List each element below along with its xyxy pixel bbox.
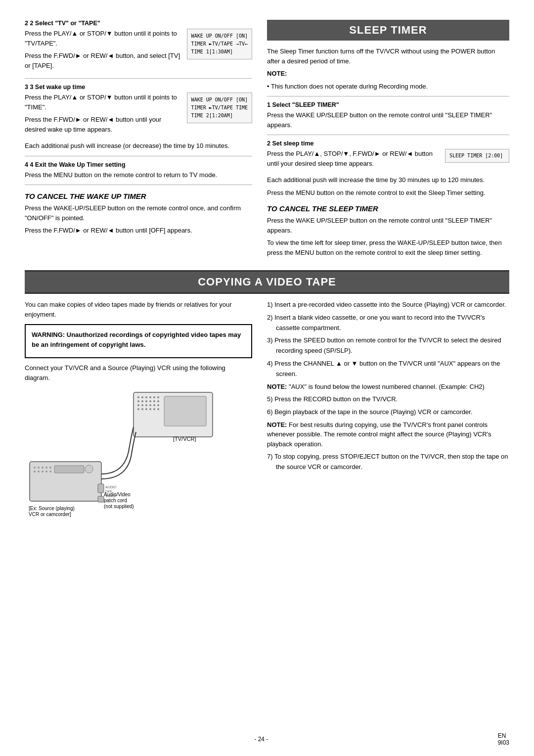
svg-text:VIDEO: VIDEO xyxy=(105,494,116,498)
svg-rect-45 xyxy=(98,484,104,493)
left-column: 2 2 Select "TV" or "TAPE" Press the PLAY… xyxy=(25,20,252,260)
step4-block: 4 4 Exit the Wake Up Timer setting Press… xyxy=(25,161,252,180)
list-item: 6) Begin playback of the tape in the sou… xyxy=(267,407,509,418)
sleep-timer-title: SLEEP TIMER xyxy=(267,20,509,41)
copying-steps-list: 1) Insert a pre-recorded video cassette … xyxy=(267,300,509,379)
cancel-wakeup-section: TO CANCEL THE WAKE UP TIMER Press the WA… xyxy=(25,192,252,236)
svg-point-19 xyxy=(137,408,139,410)
svg-point-17 xyxy=(153,404,155,406)
warning-box: WARNING: Unauthorized recordings of copy… xyxy=(25,324,252,358)
step3-header: 3 3 Set wake up time xyxy=(25,84,252,91)
list-item: 2) Insert a blank video cassette, or one… xyxy=(267,313,509,333)
copying-left: You can make copies of video tapes made … xyxy=(25,300,252,521)
svg-point-30 xyxy=(42,467,44,469)
svg-rect-25 xyxy=(164,396,206,426)
copying-section: COPYING A VIDEO TAPE You can make copies… xyxy=(25,270,509,521)
copying-title: COPYING A VIDEO TAPE xyxy=(25,270,509,294)
divider1 xyxy=(25,78,252,79)
svg-point-9 xyxy=(145,400,147,402)
page-number: - 24 - xyxy=(25,736,498,743)
svg-point-12 xyxy=(157,400,159,402)
svg-point-1 xyxy=(137,396,139,398)
list-item: 5) Press the RECORD button on the TV/VCR… xyxy=(267,394,509,405)
svg-point-18 xyxy=(157,404,159,406)
lcd-display-step3: WAKE UP ON/OFF [ON] TIMER ►TV/TAPE TIME … xyxy=(187,93,252,123)
svg-text:[TV/VCR]: [TV/VCR] xyxy=(173,436,196,442)
svg-point-3 xyxy=(145,396,147,398)
sleep-step1-block: 1 Select "SLEEP TIMER" Press the WAKE UP… xyxy=(267,101,509,130)
svg-point-13 xyxy=(137,404,139,406)
diagram-svg: [TV/VCR] xyxy=(25,387,222,521)
copying-content: You can make copies of video tapes made … xyxy=(25,300,509,521)
svg-text:[Ex: Source (playing): [Ex: Source (playing) xyxy=(29,506,75,511)
svg-point-32 xyxy=(49,467,51,469)
svg-point-37 xyxy=(49,471,51,472)
svg-point-11 xyxy=(153,400,155,402)
svg-rect-38 xyxy=(54,466,84,473)
svg-text:AUDIO: AUDIO xyxy=(105,485,117,489)
footer: - 24 - EN 9I03 xyxy=(0,732,534,746)
svg-rect-46 xyxy=(98,496,104,502)
top-section: 2 2 Select "TV" or "TAPE" Press the PLAY… xyxy=(25,20,509,260)
svg-point-34 xyxy=(38,471,40,472)
page: 2 2 Select "TV" or "TAPE" Press the PLAY… xyxy=(0,0,534,756)
svg-point-22 xyxy=(149,408,151,410)
divider2 xyxy=(25,156,252,156)
cancel-sleep-section: TO CANCEL THE SLEEP TIMER Press the WAKE… xyxy=(267,204,509,257)
sleep-step2-block: 2 Set sleep time Press the PLAY/▲, STOP/… xyxy=(267,140,509,197)
list-item: 3) Press the SPEED button on remote cont… xyxy=(267,335,509,356)
svg-point-35 xyxy=(42,471,44,472)
step2-block: 2 2 Select "TV" or "TAPE" Press the PLAY… xyxy=(25,20,252,73)
svg-point-36 xyxy=(45,471,47,472)
svg-point-10 xyxy=(149,400,151,402)
svg-point-20 xyxy=(141,408,143,410)
step3-block: 3 3 Set wake up time Press the PLAY/▲ or… xyxy=(25,84,252,151)
svg-point-39 xyxy=(85,465,93,473)
svg-point-14 xyxy=(141,404,143,406)
divider-sleep1 xyxy=(267,96,509,96)
list-item: 1) Insert a pre-recorded video cassette … xyxy=(267,300,509,310)
svg-point-23 xyxy=(153,408,155,410)
svg-point-8 xyxy=(141,400,143,402)
divider3 xyxy=(25,185,252,185)
svg-text:OFF: OFF xyxy=(105,490,112,493)
step2-content: Press the PLAY/▲ or STOP/▼ button until … xyxy=(25,29,252,73)
svg-point-6 xyxy=(157,396,159,398)
cancel-wakeup-title: TO CANCEL THE WAKE UP TIMER xyxy=(25,192,252,200)
svg-text:VCR or camcorder]: VCR or camcorder] xyxy=(29,512,71,517)
svg-text:(not supplied): (not supplied) xyxy=(104,504,134,509)
svg-point-29 xyxy=(38,467,40,469)
right-column: SLEEP TIMER The Sleep Timer function tur… xyxy=(267,20,509,260)
list-item: 4) Press the CHANNEL ▲ or ▼ button on th… xyxy=(267,359,509,379)
svg-point-15 xyxy=(145,404,147,406)
diagram-area: [TV/VCR] xyxy=(25,387,222,521)
svg-point-7 xyxy=(137,400,139,402)
step4-header: 4 4 Exit the Wake Up Timer setting xyxy=(25,161,252,168)
footer-code: EN 9I03 xyxy=(498,732,509,746)
sleep-step1-header: 1 Select "SLEEP TIMER" xyxy=(267,101,509,108)
copying-steps-list-3: 7) To stop copying, press STOP/EJECT but… xyxy=(267,452,509,472)
copying-right: 1) Insert a pre-recorded video cassette … xyxy=(267,300,509,521)
svg-point-2 xyxy=(141,396,143,398)
cancel-sleep-title: TO CANCEL THE SLEEP TIMER xyxy=(267,204,509,213)
step3-content: Press the PLAY/▲ or STOP/▼ button until … xyxy=(25,93,252,137)
svg-point-24 xyxy=(157,408,159,410)
svg-point-16 xyxy=(149,404,151,406)
copying-steps-list-2: 5) Press the RECORD button on the TV/VCR… xyxy=(267,394,509,418)
lcd-sleep-timer: SLEEP TIMER [2:00] xyxy=(445,149,509,163)
svg-point-33 xyxy=(34,471,36,472)
svg-point-28 xyxy=(34,467,36,469)
list-item: 7) To stop copying, press STOP/EJECT but… xyxy=(267,452,509,472)
svg-point-31 xyxy=(45,467,47,469)
sleep-step2-header: 2 Set sleep time xyxy=(267,140,509,147)
sleep-step2-content: Press the PLAY/▲, STOP/▼, F.FWD/► or REW… xyxy=(267,149,509,171)
step2-header: 2 2 Select "TV" or "TAPE" xyxy=(25,20,252,27)
svg-point-5 xyxy=(153,396,155,398)
lcd-display-step2: WAKE UP ON/OFF [ON] TIMER ►TV/TAPE →TV← … xyxy=(187,29,252,59)
divider-sleep2 xyxy=(267,135,509,135)
svg-point-21 xyxy=(145,408,147,410)
svg-text:patch cord: patch cord xyxy=(104,498,127,503)
svg-point-4 xyxy=(149,396,151,398)
